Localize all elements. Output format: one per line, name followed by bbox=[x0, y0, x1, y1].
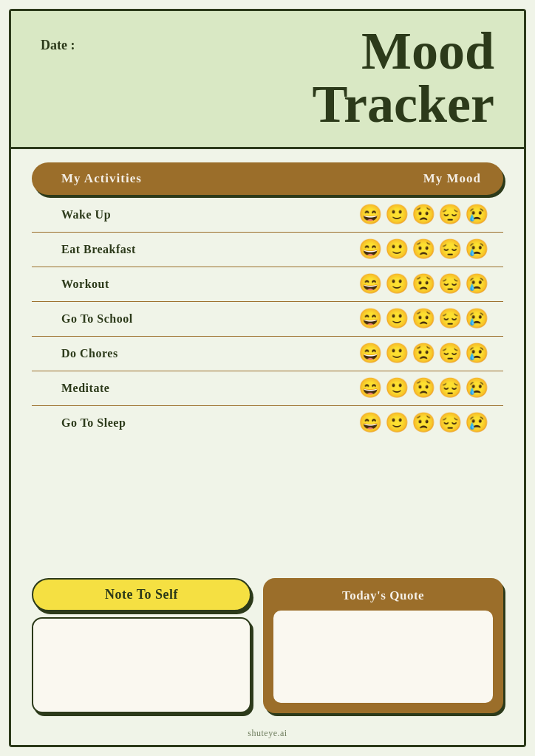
mood-icons[interactable]: 😄 🙂 😟 😔 😢 bbox=[358, 240, 488, 259]
emoji-happy[interactable]: 😄 bbox=[358, 344, 382, 363]
emoji-happy[interactable]: 😄 bbox=[358, 275, 382, 294]
emoji-happy[interactable]: 😄 bbox=[358, 240, 382, 259]
emoji-frown[interactable]: 😔 bbox=[438, 275, 462, 294]
table-row: Workout 😄 🙂 😟 😔 😢 bbox=[32, 267, 503, 302]
table-row: Meditate 😄 🙂 😟 😔 😢 bbox=[32, 371, 503, 406]
col1-header: My Activities bbox=[61, 171, 142, 186]
emoji-cry[interactable]: 😢 bbox=[465, 205, 488, 224]
emoji-happy[interactable]: 😄 bbox=[358, 205, 382, 224]
emoji-sad[interactable]: 😟 bbox=[412, 344, 435, 363]
emoji-sad[interactable]: 😟 bbox=[412, 275, 435, 294]
emoji-sad[interactable]: 😟 bbox=[412, 240, 435, 259]
emoji-smile[interactable]: 🙂 bbox=[385, 379, 409, 398]
activity-name: Go To School bbox=[61, 312, 133, 326]
note-label: Note To Self bbox=[32, 578, 251, 611]
activity-name: Go To Sleep bbox=[61, 416, 126, 430]
emoji-cry[interactable]: 😢 bbox=[465, 413, 488, 433]
mood-icons[interactable]: 😄 🙂 😟 😔 😢 bbox=[358, 413, 488, 433]
emoji-smile[interactable]: 🙂 bbox=[385, 344, 409, 363]
main-content: My Activities My Mood Wake Up 😄 🙂 😟 😔 😢 bbox=[11, 149, 524, 575]
mood-icons[interactable]: 😄 🙂 😟 😔 😢 bbox=[358, 275, 488, 294]
table-row: Go To School 😄 🙂 😟 😔 😢 bbox=[32, 302, 503, 337]
activity-name: Wake Up bbox=[61, 208, 111, 221]
emoji-happy[interactable]: 😄 bbox=[358, 309, 382, 329]
emoji-frown[interactable]: 😔 bbox=[438, 309, 462, 329]
quote-input[interactable] bbox=[273, 611, 493, 703]
title: Mood Tracker bbox=[312, 24, 494, 131]
emoji-smile[interactable]: 🙂 bbox=[385, 275, 409, 294]
header: Date : Mood Tracker bbox=[11, 11, 524, 149]
activity-name: Workout bbox=[61, 278, 109, 291]
mood-icons[interactable]: 😄 🙂 😟 😔 😢 bbox=[358, 344, 488, 363]
emoji-frown[interactable]: 😔 bbox=[438, 413, 462, 433]
title-block: Mood Tracker bbox=[312, 24, 494, 131]
note-section: Note To Self bbox=[32, 578, 251, 713]
emoji-frown[interactable]: 😔 bbox=[438, 344, 462, 363]
emoji-cry[interactable]: 😢 bbox=[465, 309, 488, 329]
emoji-frown[interactable]: 😔 bbox=[438, 379, 462, 398]
emoji-cry[interactable]: 😢 bbox=[465, 240, 488, 259]
emoji-sad[interactable]: 😟 bbox=[412, 205, 435, 224]
footer: shuteye.ai bbox=[11, 724, 524, 745]
emoji-smile[interactable]: 🙂 bbox=[385, 205, 409, 224]
table-row: Do Chores 😄 🙂 😟 😔 😢 bbox=[32, 337, 503, 371]
emoji-sad[interactable]: 😟 bbox=[412, 413, 435, 433]
col2-header: My Mood bbox=[423, 171, 481, 186]
activity-name: Meditate bbox=[61, 382, 109, 395]
emoji-sad[interactable]: 😟 bbox=[412, 309, 435, 329]
date-label: Date : bbox=[41, 38, 75, 53]
mood-icons[interactable]: 😄 🙂 😟 😔 😢 bbox=[358, 205, 488, 224]
emoji-cry[interactable]: 😢 bbox=[465, 275, 488, 294]
inner-content: Date : Mood Tracker My Activities My Moo… bbox=[11, 11, 524, 745]
activity-name: Do Chores bbox=[61, 347, 118, 360]
table-row: Eat Breakfast 😄 🙂 😟 😔 😢 bbox=[32, 233, 503, 267]
emoji-smile[interactable]: 🙂 bbox=[385, 309, 409, 329]
mood-icons[interactable]: 😄 🙂 😟 😔 😢 bbox=[358, 309, 488, 329]
footer-credit: shuteye.ai bbox=[248, 728, 287, 738]
table-header: My Activities My Mood bbox=[32, 162, 503, 195]
emoji-smile[interactable]: 🙂 bbox=[385, 240, 409, 259]
activity-name: Eat Breakfast bbox=[61, 243, 136, 256]
table-row: Wake Up 😄 🙂 😟 😔 😢 bbox=[32, 198, 503, 233]
quote-label: Today's Quote bbox=[273, 588, 493, 603]
activities-section: Wake Up 😄 🙂 😟 😔 😢 Eat Breakfast 😄 🙂 bbox=[32, 198, 503, 440]
emoji-cry[interactable]: 😢 bbox=[465, 379, 488, 398]
emoji-happy[interactable]: 😄 bbox=[358, 413, 382, 433]
emoji-sad[interactable]: 😟 bbox=[412, 379, 435, 398]
emoji-frown[interactable]: 😔 bbox=[438, 240, 462, 259]
mood-icons[interactable]: 😄 🙂 😟 😔 😢 bbox=[358, 379, 488, 398]
quote-section: Today's Quote bbox=[263, 578, 503, 713]
bottom-section: Note To Self Today's Quote bbox=[11, 578, 524, 724]
emoji-smile[interactable]: 🙂 bbox=[385, 413, 409, 433]
table-row: Go To Sleep 😄 🙂 😟 😔 😢 bbox=[32, 406, 503, 440]
emoji-cry[interactable]: 😢 bbox=[465, 344, 488, 363]
page-container: Date : Mood Tracker My Activities My Moo… bbox=[9, 9, 526, 747]
note-input[interactable] bbox=[32, 617, 251, 713]
emoji-frown[interactable]: 😔 bbox=[438, 205, 462, 224]
emoji-happy[interactable]: 😄 bbox=[358, 379, 382, 398]
